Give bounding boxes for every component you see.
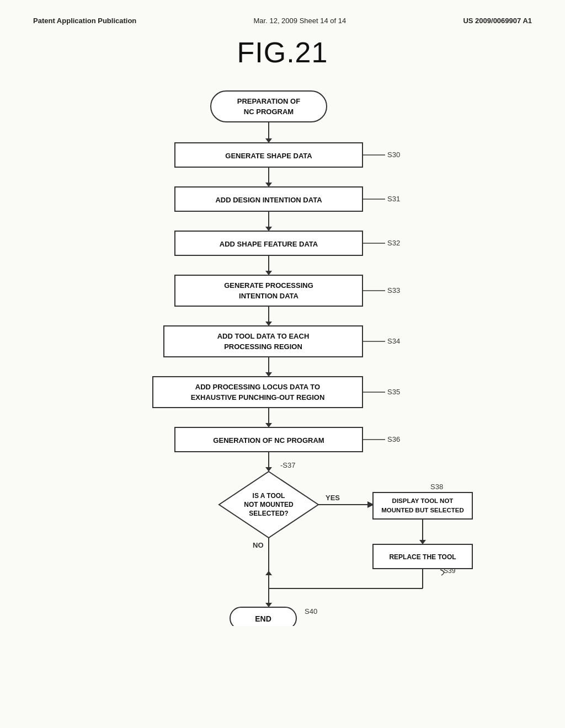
flowchart-diagram: PREPARATION OF NC PROGRAM GENERATE SHAPE… bbox=[89, 85, 476, 626]
s39-step-label: S39 bbox=[444, 567, 456, 575]
svg-marker-36 bbox=[419, 540, 426, 544]
s31-step-label: S31 bbox=[387, 195, 400, 203]
end-label: END bbox=[255, 614, 271, 623]
svg-marker-45 bbox=[265, 603, 272, 607]
s33-label-line1: GENERATE PROCESSING bbox=[224, 281, 313, 290]
s37-diamond-line1: IS A TOOL bbox=[253, 492, 285, 500]
s33-step-label: S33 bbox=[387, 286, 400, 295]
svg-marker-14 bbox=[265, 271, 272, 275]
s37-step-label: -S37 bbox=[280, 461, 295, 469]
s34-step-label: S34 bbox=[387, 337, 400, 345]
s34-label-line2: PROCESSING REGION bbox=[224, 342, 302, 351]
header-center: Mar. 12, 2009 Sheet 14 of 14 bbox=[254, 17, 347, 25]
s39-label: REPLACE THE TOOL bbox=[389, 553, 456, 561]
s32-step-label: S32 bbox=[387, 239, 400, 247]
s36-step-label: S36 bbox=[387, 435, 400, 443]
svg-rect-23 bbox=[153, 377, 363, 408]
s37-diamond-line2: NOT MOUNTED bbox=[244, 501, 294, 508]
s35-label-line1: ADD PROCESSING LOCUS DATA TO bbox=[195, 383, 320, 391]
s37-diamond-line3: SELECTED? bbox=[249, 510, 288, 517]
s38-step-label: S38 bbox=[430, 483, 443, 491]
svg-marker-22 bbox=[265, 372, 272, 377]
svg-marker-18 bbox=[265, 322, 272, 326]
svg-marker-2 bbox=[265, 138, 272, 143]
svg-rect-19 bbox=[164, 326, 363, 357]
svg-marker-26 bbox=[265, 423, 272, 427]
s32-label: ADD SHAPE FEATURE DATA bbox=[220, 240, 318, 248]
s35-step-label: S35 bbox=[387, 388, 400, 396]
start-label-line1: PREPARATION OF bbox=[237, 97, 300, 105]
page-header: Patent Application Publication Mar. 12, … bbox=[33, 17, 532, 25]
s31-label: ADD DESIGN INTENTION DATA bbox=[215, 196, 322, 204]
yes-label: YES bbox=[326, 494, 340, 502]
s34-label-line1: ADD TOOL DATA TO EACH bbox=[217, 332, 310, 340]
svg-marker-6 bbox=[265, 183, 272, 187]
page: Patent Application Publication Mar. 12, … bbox=[0, 0, 565, 728]
figure-title: FIG.21 bbox=[33, 36, 532, 69]
s30-label: GENERATE SHAPE DATA bbox=[225, 152, 312, 160]
s40-step-label: S40 bbox=[305, 607, 317, 615]
s35-label-line2: EXHAUSTIVE PUNCHING-OUT REGION bbox=[191, 393, 325, 402]
s33-label-line2: INTENTION DATA bbox=[239, 292, 299, 300]
svg-rect-34 bbox=[373, 493, 472, 519]
header-left: Patent Application Publication bbox=[33, 17, 136, 25]
svg-rect-0 bbox=[211, 91, 327, 122]
s38-label-line2: MOUNTED BUT SELECTED bbox=[381, 507, 464, 513]
no-label: NO bbox=[253, 541, 264, 549]
svg-marker-10 bbox=[265, 227, 272, 231]
s30-step-label: S30 bbox=[387, 151, 400, 159]
s38-label-line1: DISPLAY TOOL NOT bbox=[392, 497, 454, 504]
svg-rect-15 bbox=[175, 275, 363, 306]
start-label-line2: NC PROGRAM bbox=[244, 108, 294, 116]
header-right: US 2009/0069907 A1 bbox=[463, 17, 532, 25]
s36-label: GENERATION OF NC PROGRAM bbox=[213, 436, 324, 445]
